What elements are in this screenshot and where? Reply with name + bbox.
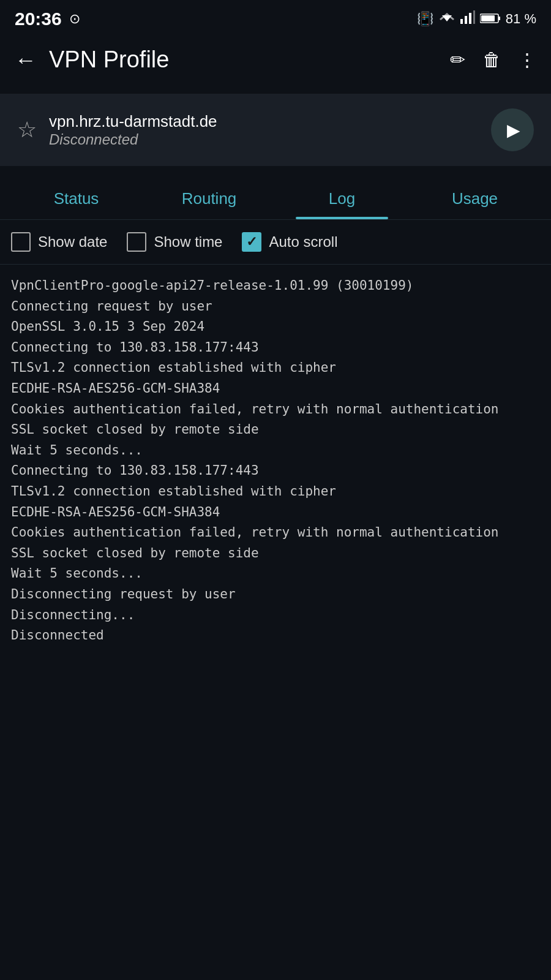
vpn-card-left: ☆ vpn.hrz.tu-darmstadt.de Disconnected (17, 112, 217, 148)
status-bar-right: 📳 81 % (417, 10, 536, 28)
signal-icon (460, 10, 475, 28)
page-title: VPN Profile (49, 47, 438, 73)
svg-rect-4 (469, 13, 471, 24)
auto-scroll-checkbox-box[interactable]: ✓ (242, 232, 261, 252)
wifi-icon (438, 10, 455, 28)
checkmark-icon: ✓ (246, 234, 257, 250)
log-line: Disconnected (11, 625, 540, 646)
tab-usage[interactable]: Usage (408, 176, 541, 219)
svg-rect-7 (498, 17, 500, 20)
show-time-label: Show time (154, 233, 222, 251)
vibrate-icon: 📳 (417, 11, 433, 27)
edit-button[interactable]: ✏ (450, 49, 465, 70)
battery-icon (480, 10, 501, 28)
log-line: TLSv1.2 connection established with ciph… (11, 481, 540, 502)
svg-rect-8 (481, 15, 495, 21)
log-line: Connecting to 130.83.158.177:443 (11, 337, 540, 358)
connect-button[interactable]: ▶ (491, 108, 534, 151)
more-options-button[interactable]: ⋮ (518, 49, 536, 70)
auto-scroll-checkbox[interactable]: ✓ Auto scroll (242, 232, 337, 252)
header-actions: ✏ 🗑 ⋮ (450, 49, 536, 70)
log-line: Connecting to 130.83.158.177:443 (11, 461, 540, 481)
log-line: VpnClientPro-google-api27-release-1.01.9… (11, 276, 540, 296)
log-line: ECDHE-RSA-AES256-GCM-SHA384 (11, 379, 540, 399)
back-button[interactable]: ← (15, 47, 37, 73)
log-line: SSL socket closed by remote side (11, 420, 540, 440)
vpn-profile-card: ☆ vpn.hrz.tu-darmstadt.de Disconnected ▶ (0, 94, 551, 166)
filter-row: Show date Show time ✓ Auto scroll (0, 220, 551, 265)
favorite-icon[interactable]: ☆ (17, 117, 37, 143)
log-line: Disconnecting request by user (11, 584, 540, 605)
header: ← VPN Profile ✏ 🗑 ⋮ (0, 36, 551, 84)
log-line: OpenSSL 3.0.15 3 Sep 2024 (11, 317, 540, 337)
log-line: TLSv1.2 connection established with ciph… (11, 358, 540, 379)
tab-log[interactable]: Log (276, 176, 408, 219)
svg-rect-5 (473, 10, 475, 24)
vpn-name: vpn.hrz.tu-darmstadt.de (49, 112, 217, 131)
show-time-checkbox-box[interactable] (127, 232, 146, 252)
show-date-checkbox-box[interactable] (11, 232, 31, 252)
log-line: ECDHE-RSA-AES256-GCM-SHA384 (11, 502, 540, 523)
log-content: VpnClientPro-google-api27-release-1.01.9… (0, 265, 551, 657)
status-time: 20:36 (15, 9, 62, 29)
vpn-info: vpn.hrz.tu-darmstadt.de Disconnected (49, 112, 217, 148)
status-bar: 20:36 ⊙ 📳 81 % (0, 0, 551, 36)
play-icon: ▶ (507, 120, 520, 140)
tabs-container: Status Routing Log Usage (0, 176, 551, 220)
svg-rect-2 (460, 19, 463, 24)
show-date-checkbox[interactable]: Show date (11, 232, 107, 252)
log-line: Cookies authentication failed, retry wit… (11, 522, 540, 543)
log-line: Disconnecting... (11, 605, 540, 626)
svg-rect-3 (465, 16, 467, 24)
log-line: SSL socket closed by remote side (11, 543, 540, 564)
show-date-label: Show date (38, 233, 107, 251)
log-line: Wait 5 seconds... (11, 440, 540, 461)
delete-button[interactable]: 🗑 (482, 50, 501, 70)
auto-scroll-label: Auto scroll (269, 233, 337, 251)
show-time-checkbox[interactable]: Show time (127, 232, 222, 252)
log-line: Wait 5 seconds... (11, 564, 540, 584)
vpn-status: Disconnected (49, 131, 217, 148)
tab-status[interactable]: Status (10, 176, 143, 219)
status-bar-left: 20:36 ⊙ (15, 9, 80, 29)
log-line: Connecting request by user (11, 296, 540, 317)
battery-percent: 81 % (506, 11, 536, 27)
tab-routing[interactable]: Routing (143, 176, 276, 219)
notification-icon: ⊙ (69, 11, 80, 27)
log-line: Cookies authentication failed, retry wit… (11, 399, 540, 420)
